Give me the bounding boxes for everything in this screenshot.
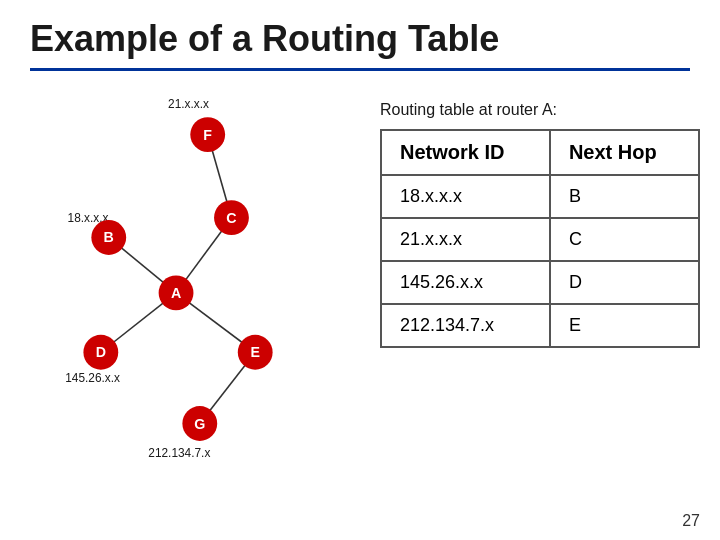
diagram-area: 21.x.x.x 18.x.x.x 145.26.x.x 212.134.7.x… bbox=[20, 91, 360, 471]
label-D: 145.26.x.x bbox=[65, 371, 120, 385]
cell-network-0: 18.x.x.x bbox=[381, 175, 550, 218]
table-row: 21.x.x.x C bbox=[381, 218, 699, 261]
cell-hop-0: B bbox=[550, 175, 699, 218]
cell-hop-1: C bbox=[550, 218, 699, 261]
node-C-label: C bbox=[226, 210, 236, 226]
label-G: 212.134.7.x bbox=[148, 446, 210, 460]
cell-network-2: 145.26.x.x bbox=[381, 261, 550, 304]
page-number: 27 bbox=[682, 512, 700, 530]
title-underline bbox=[30, 68, 690, 71]
node-F-label: F bbox=[203, 127, 212, 143]
node-A-label: A bbox=[171, 285, 181, 301]
cell-hop-2: D bbox=[550, 261, 699, 304]
node-D-label: D bbox=[96, 344, 106, 360]
routing-table: Network ID Next Hop 18.x.x.x B 21.x.x.x … bbox=[380, 129, 700, 348]
table-row: 145.26.x.x D bbox=[381, 261, 699, 304]
node-B-label: B bbox=[104, 229, 114, 245]
node-G-label: G bbox=[194, 415, 205, 431]
cell-network-1: 21.x.x.x bbox=[381, 218, 550, 261]
table-caption: Routing table at router A: bbox=[380, 101, 700, 119]
table-area: Routing table at router A: Network ID Ne… bbox=[380, 91, 700, 471]
node-E-label: E bbox=[250, 344, 260, 360]
table-header-row: Network ID Next Hop bbox=[381, 130, 699, 175]
header-network-id: Network ID bbox=[381, 130, 550, 175]
page-title: Example of a Routing Table bbox=[0, 0, 720, 68]
table-row: 18.x.x.x B bbox=[381, 175, 699, 218]
header-next-hop: Next Hop bbox=[550, 130, 699, 175]
label-F: 21.x.x.x bbox=[168, 97, 209, 111]
cell-hop-3: E bbox=[550, 304, 699, 347]
cell-network-3: 212.134.7.x bbox=[381, 304, 550, 347]
table-row: 212.134.7.x E bbox=[381, 304, 699, 347]
